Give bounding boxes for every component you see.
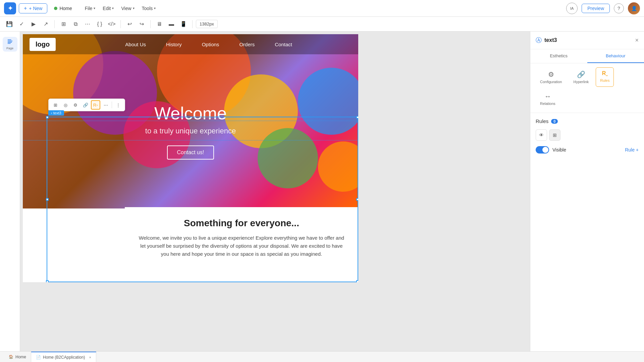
canvas-area[interactable]: logo About Us History Options Orders Con…	[20, 32, 530, 351]
content-body: Welcome, we invite you to live a unique …	[138, 234, 345, 258]
rule-add-button[interactable]: Rule +	[625, 147, 639, 153]
bottom-app-tab[interactable]: 📄 Home (B2CApplication) ×	[31, 352, 96, 362]
bottom-bar: 🏠 Home 📄 Home (B2CApplication) ×	[0, 351, 644, 362]
desktop-view-button[interactable]: 🖥	[154, 19, 165, 29]
tablet-view-button[interactable]: ▬	[166, 19, 177, 29]
code-braces-button[interactable]: { }	[94, 19, 105, 29]
chevron-down-icon: ▾	[133, 6, 135, 10]
redo-button[interactable]: ↪	[136, 19, 147, 29]
hero-subtitle: to a truly unique experience	[145, 127, 236, 135]
svg-rect-2	[7, 42, 12, 43]
top-bar: ✦ + + New Home File ▾ Edit ▾ View ▾ Tool…	[0, 0, 644, 17]
chain-tool[interactable]: ⋯	[101, 100, 110, 110]
preview-button[interactable]: Preview	[582, 4, 610, 13]
nav-links: About Us History Options Orders Contact	[66, 42, 352, 47]
visible-label: Visible	[552, 147, 566, 153]
contact-us-button[interactable]: Contact us!	[167, 145, 214, 160]
app-logo[interactable]: ✦	[4, 2, 16, 14]
bottom-home-tab[interactable]: 🏠 Home	[4, 352, 31, 362]
site-navigation: logo About Us History Options Orders Con…	[23, 34, 358, 54]
new-button[interactable]: + + New	[19, 3, 47, 13]
nav-link-about[interactable]: About Us	[115, 42, 156, 47]
file-menu[interactable]: File ▾	[82, 4, 99, 13]
more-options-tool[interactable]: ⋮	[113, 100, 123, 110]
nav-link-history[interactable]: History	[156, 42, 192, 47]
rules-view-button[interactable]: 👁	[536, 129, 547, 141]
rotate-tool[interactable]: ◎	[61, 100, 70, 110]
user-avatar[interactable]: 👤	[628, 2, 640, 14]
hero-content: Welcome to a truly unique experience Con…	[145, 83, 236, 160]
tab-behaviour[interactable]: Behaviour	[587, 49, 644, 63]
panel-title-icon: Ⓐ	[536, 36, 542, 44]
settings-tool[interactable]: ⚙	[71, 100, 80, 110]
resize-handle-bl[interactable]	[46, 280, 49, 282]
ia-button[interactable]: IA	[566, 3, 578, 14]
visible-row: Visible Rule +	[536, 146, 639, 154]
btab-rules[interactable]: R∞ Rules	[596, 67, 614, 87]
tools-menu[interactable]: Tools ▾	[139, 4, 159, 13]
connections-button[interactable]: ⋯	[82, 19, 93, 29]
sidebar-page-button[interactable]: Page	[3, 37, 17, 52]
svg-rect-1	[7, 41, 12, 41]
hero-section: logo About Us History Options Orders Con…	[23, 34, 358, 208]
content-title: Something for everyone...	[138, 218, 345, 229]
visible-toggle[interactable]	[536, 146, 549, 154]
toolbar-separator-2	[120, 20, 121, 28]
view-menu[interactable]: View ▾	[118, 4, 138, 13]
link-tool[interactable]: 🔗	[81, 100, 90, 110]
edit-menu[interactable]: Edit ▾	[99, 4, 117, 13]
btab-hyperlink[interactable]: 🔗 Hyperlink	[569, 67, 593, 87]
chevron-down-icon: ▾	[154, 6, 156, 10]
rules-actions: 👁 ⊞	[536, 129, 639, 141]
svg-rect-3	[7, 43, 10, 44]
h-guide-2	[23, 140, 358, 140]
check-tool-button[interactable]: ✓	[16, 19, 27, 29]
main-area: Page logo	[0, 32, 644, 351]
chevron-down-icon: ▾	[94, 6, 95, 10]
btab-relations[interactable]: ↔ Relations	[536, 89, 560, 109]
help-button[interactable]: ?	[614, 3, 624, 13]
left-sidebar: Page	[0, 32, 20, 351]
float-sep	[112, 102, 112, 108]
nav-link-orders[interactable]: Orders	[229, 42, 265, 47]
rules-tool[interactable]: R∞	[91, 100, 100, 110]
mobile-view-button[interactable]: 📱	[178, 19, 189, 29]
sidebar-page-label: Page	[6, 47, 13, 50]
element-tag-text3[interactable]: ‹ text3	[48, 110, 64, 116]
toolbar-separator	[54, 20, 55, 28]
h-guide-1	[23, 121, 358, 121]
home-indicator: Home	[50, 4, 76, 13]
behaviour-tabs: ⚙ Configuration 🔗 Hyperlink R∞ Rules ↔ R…	[530, 63, 644, 113]
undo-button[interactable]: ↩	[124, 19, 135, 29]
transform-tool[interactable]: ⊞	[51, 100, 60, 110]
tab-esthetics[interactable]: Esthetics	[530, 49, 587, 63]
play-tool-button[interactable]: ▶	[28, 19, 39, 29]
menu-bar: File ▾ Edit ▾ View ▾ Tools ▾	[82, 4, 159, 13]
rules-count-badge: 0	[551, 119, 558, 124]
content-section: Something for everyone... Welcome, we in…	[125, 207, 358, 282]
panel-close-button[interactable]: ×	[635, 37, 639, 44]
export-tool-button[interactable]: ↗	[40, 19, 51, 29]
canvas-inner: logo About Us History Options Orders Con…	[23, 34, 358, 282]
gear-icon: ⚙	[548, 70, 554, 78]
top-right-actions: IA Preview ? 👤	[566, 2, 640, 14]
components-button[interactable]: ⊞	[58, 19, 69, 29]
save-tool-button[interactable]: 💾	[4, 19, 15, 29]
rules-grid-button[interactable]: ⊞	[549, 129, 560, 141]
layers-button[interactable]: ⧉	[70, 19, 81, 29]
btab-configuration[interactable]: ⚙ Configuration	[536, 67, 566, 87]
nav-link-options[interactable]: Options	[192, 42, 229, 47]
panel-header: Ⓐ text3 ×	[530, 32, 644, 49]
hero-title: Welcome	[145, 103, 236, 123]
panel-main-tabs: Esthetics Behaviour	[530, 49, 644, 63]
tab-close-button[interactable]: ×	[89, 355, 91, 359]
home-status-dot	[54, 7, 57, 10]
panel-title: text3	[544, 37, 557, 43]
element-toolbar: ⊞ ◎ ⚙ 🔗 R∞ ⋯ ⋮	[48, 99, 125, 111]
rules-label: Rules	[536, 118, 548, 124]
rules-body: Rules 0 👁 ⊞ Visible Rule +	[530, 113, 644, 159]
code-tag-button[interactable]: </>	[106, 19, 117, 29]
relations-icon: ↔	[544, 93, 551, 100]
nav-link-contact[interactable]: Contact	[265, 42, 302, 47]
plus-icon: +	[24, 5, 27, 11]
